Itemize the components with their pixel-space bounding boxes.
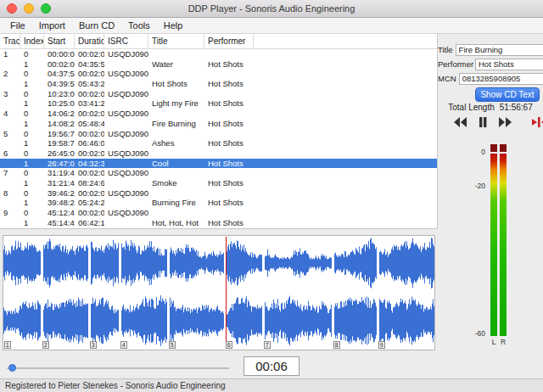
- track-marker: 5: [169, 341, 176, 349]
- fast-forward-button[interactable]: [497, 116, 512, 127]
- table-cell: Hot Shots: [204, 59, 254, 70]
- table-cell: [148, 49, 204, 59]
- table-row[interactable]: 119:58:7306:46:06AshesHot Shots: [0, 138, 437, 148]
- track-marker: 2: [42, 341, 49, 349]
- table-cell: 00:02:00: [75, 129, 104, 139]
- rewind-icon: [454, 117, 467, 127]
- meter-right-label: R: [500, 338, 507, 346]
- table-cell: [148, 69, 204, 79]
- table-row[interactable]: 2004:37:5400:02:00USQDJ0900002: [0, 69, 437, 79]
- table-cell: 1: [20, 79, 44, 89]
- menu-tools[interactable]: Tools: [121, 18, 157, 33]
- table-row[interactable]: 7031:19:4000:02:00USQDJ0900007: [0, 168, 437, 178]
- transport-controls: [453, 116, 543, 127]
- mcn-field[interactable]: [459, 73, 543, 85]
- table-row[interactable]: 8039:46:2600:02:00USQDJ0900008: [0, 188, 437, 199]
- table-cell: [104, 178, 148, 188]
- table-cell: [104, 198, 148, 208]
- title-field[interactable]: [456, 44, 543, 56]
- table-cell: [148, 148, 204, 159]
- seek-slider-thumb[interactable]: [8, 364, 16, 372]
- table-cell: Fire Burning: [148, 119, 204, 129]
- table-cell: 00:02:00: [75, 109, 104, 119]
- waveform-display[interactable]: 123456789: [3, 235, 435, 350]
- performer-field[interactable]: [475, 59, 543, 70]
- table-row[interactable]: 145:14:4906:42:18Hot, Hot, HotHot Shots: [0, 218, 437, 228]
- table-row[interactable]: 9045:12:4900:02:00USQDJ0900009: [0, 208, 437, 218]
- table-row[interactable]: 131:21:4008:24:61SmokeHot Shots: [0, 178, 437, 188]
- pause-button[interactable]: [475, 116, 490, 127]
- table-cell: USQDJ0900009: [104, 208, 148, 218]
- table-cell: [104, 138, 148, 148]
- table-cell: USQDJ0900003: [104, 89, 148, 99]
- table-row[interactable]: 114:08:2705:48:46Fire BurningHot Shots: [0, 119, 437, 129]
- table-cell: [148, 208, 204, 218]
- table-cell: 04:32:36: [75, 159, 104, 169]
- table-row[interactable]: 5019:56:7300:02:00USQDJ0900005: [0, 129, 437, 139]
- table-cell: 06:42:18: [75, 218, 104, 228]
- status-bar: Registered to Pieter Stenekes - Sonoris …: [0, 378, 543, 392]
- table-row[interactable]: 4014:06:2700:02:00USQDJ0900004: [0, 109, 437, 119]
- track-marker: 6: [226, 341, 232, 349]
- table-row[interactable]: 126:47:0404:32:36CoolHot Shots: [0, 159, 437, 169]
- table-cell: 0: [20, 208, 44, 218]
- table-row[interactable]: 6026:45:0400:02:00USQDJ0900006: [0, 148, 437, 159]
- table-cell: Light my Fire: [148, 98, 204, 109]
- table-cell: 5: [0, 129, 20, 139]
- seek-slider-track[interactable]: [7, 367, 229, 369]
- table-cell: USQDJ0900008: [104, 188, 148, 199]
- minimize-window-button[interactable]: [24, 3, 34, 14]
- column-header-performer: Performer: [204, 34, 254, 48]
- table-cell: 10:23:04: [44, 89, 75, 99]
- table-cell: 31:21:40: [44, 178, 75, 188]
- mcn-label: MCN: [438, 74, 459, 83]
- meter-bar-left: [490, 154, 497, 336]
- locate-marker-button[interactable]: [531, 116, 543, 127]
- table-cell: Hot Shots: [204, 159, 254, 169]
- table-cell: 04:37:54: [44, 69, 75, 79]
- table-row[interactable]: 104:39:5405:43:25Hot ShotsHot Shots: [0, 79, 437, 89]
- table-cell: Hot Shots: [204, 218, 254, 228]
- table-cell: 14:06:27: [44, 109, 75, 119]
- table-cell: Water: [148, 59, 204, 70]
- show-cd-text-button[interactable]: Show CD Text: [475, 87, 540, 102]
- table-cell: 3: [0, 89, 20, 99]
- zoom-window-button[interactable]: [41, 3, 51, 14]
- rewind-button[interactable]: [453, 116, 468, 127]
- titlebar: DDP Player - Sonoris Audio Engineering: [0, 0, 543, 18]
- table-row[interactable]: 100:02:0004:35:54WaterHot Shots: [0, 59, 437, 70]
- table-cell: 0: [20, 69, 44, 79]
- meter-scale-60: -60: [458, 329, 485, 338]
- menu-burn-cd[interactable]: Burn CD: [72, 18, 121, 33]
- track-marker: 3: [90, 341, 97, 349]
- menu-import[interactable]: Import: [32, 18, 72, 33]
- close-window-button[interactable]: [7, 3, 17, 14]
- table-cell: 00:02:00: [75, 49, 104, 59]
- table-cell: 1: [20, 59, 44, 70]
- table-cell: [204, 49, 254, 59]
- column-header-title: Title: [148, 34, 204, 48]
- table-cell: [148, 129, 204, 139]
- table-row[interactable]: 3010:23:0400:02:00USQDJ0900003: [0, 89, 437, 99]
- table-cell: 04:39:54: [44, 79, 75, 89]
- table-cell: 45:12:49: [44, 208, 75, 218]
- table-cell: [104, 79, 148, 89]
- table-cell: 0: [20, 89, 44, 99]
- table-cell: [0, 79, 20, 89]
- table-cell: 00:02:00: [44, 59, 75, 70]
- table-row[interactable]: 1000:00:0000:02:00USQDJ0900001: [0, 49, 437, 59]
- table-cell: Hot Shots: [148, 79, 204, 89]
- pause-icon: [478, 117, 488, 127]
- waveform-canvas[interactable]: [3, 236, 434, 350]
- menu-help[interactable]: Help: [157, 18, 190, 33]
- table-cell: USQDJ0900004: [104, 109, 148, 119]
- table-cell: [204, 188, 254, 199]
- table-cell: Hot Shots: [204, 138, 254, 148]
- table-cell: 1: [20, 218, 44, 228]
- table-row[interactable]: 110:25:0403:41:23Light my FireHot Shots: [0, 98, 437, 109]
- menu-file[interactable]: File: [3, 18, 32, 33]
- app-window: DDP Player - Sonoris Audio Engineering F…: [0, 0, 543, 392]
- column-header-filler: [254, 34, 437, 48]
- table-row[interactable]: 139:48:2605:24:23Burning FireHot Shots: [0, 198, 437, 208]
- column-header-index: Index: [20, 34, 44, 48]
